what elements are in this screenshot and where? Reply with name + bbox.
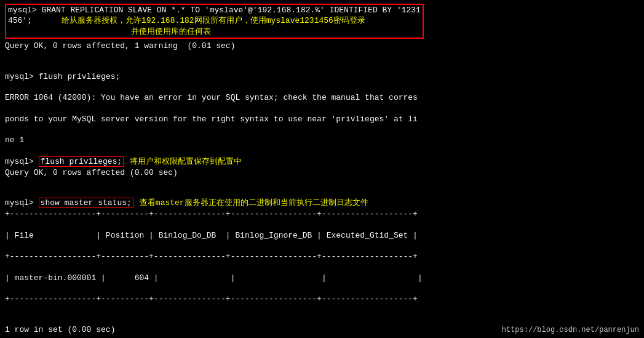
error-line1: ERROR 1064 (42000): You have an error in… [5, 92, 639, 104]
flush-annotation: 将用户和权限配置保存到配置中 [130, 157, 242, 166]
grant-result: Query OK, 0 rows affected, 1 warning (0.… [5, 40, 639, 52]
flush-typo-line: mysql> flush privlieges; [5, 71, 639, 83]
table-sep2: +------------------+----------+---------… [5, 251, 639, 263]
show-master-annotation: 查看master服务器正在使用的二进制和当前执行二进制日志文件 [140, 198, 368, 207]
grant-prompt: mysql> [8, 6, 42, 15]
terminal: mysql> GRANT REPLICATION SLAVE ON *.* TO… [0, 0, 644, 338]
flush-correct-line: mysql> flush privileges;将用户和权限配置保存到配置中 [5, 157, 242, 166]
table-data-row: | master-bin.000001 | 604 | | | | [5, 272, 639, 284]
error-line2: ponds to your MySQL server version for t… [5, 113, 639, 126]
flush-result: Query OK, 0 rows affected (0.00 sec) [5, 167, 639, 179]
grant-annotation1: 给从服务器授权，允许192.168.182网段所有用户，使用myslave123… [62, 16, 365, 25]
table-sep3: +------------------+----------+---------… [5, 293, 639, 305]
page-url: https://blog.csdn.net/panrenjun [502, 326, 639, 334]
show-master-line: mysql> show master status;查看master服务器正在使… [5, 198, 368, 207]
grant-cmd-text2: 456'; [8, 16, 32, 25]
table-header: | File | Position | Binlog_Do_DB | Binlo… [5, 230, 639, 242]
table-sep1: +------------------+----------+---------… [5, 208, 639, 220]
grant-command-block: mysql> GRANT REPLICATION SLAVE ON *.* TO… [5, 4, 424, 39]
grant-annotation2: 并使用使用库的任何表 [131, 27, 211, 36]
grant-cmd-text: GRANT REPLICATION SLAVE ON *.* TO 'mysla… [42, 6, 421, 15]
error-line3: ne 1 [5, 134, 639, 147]
flush-privileges-cmd: flush privileges; [39, 156, 124, 167]
show-master-cmd: show master status; [39, 198, 133, 208]
